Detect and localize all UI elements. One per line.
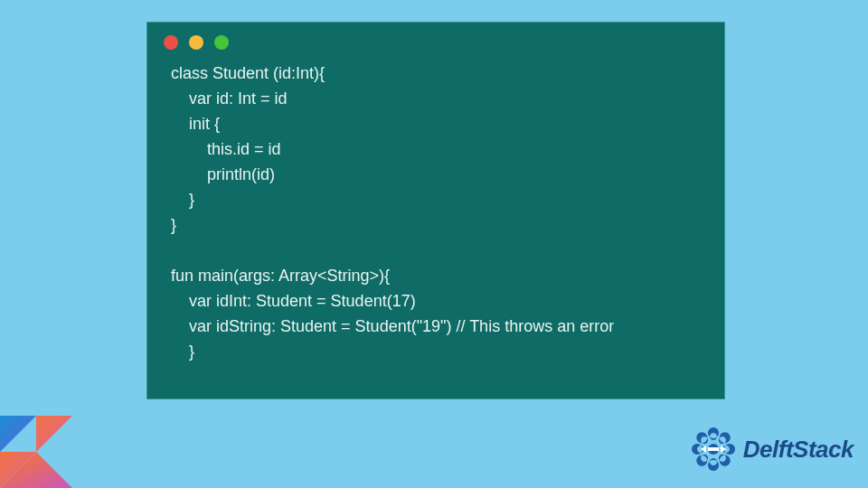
code-block: class Student (id:Int){ var id: Int = id… bbox=[147, 57, 724, 380]
delftstack-logo: DelftStack bbox=[689, 425, 854, 474]
close-icon bbox=[164, 35, 178, 50]
svg-marker-4 bbox=[701, 446, 706, 453]
svg-rect-6 bbox=[708, 447, 719, 451]
delftstack-badge-icon bbox=[689, 425, 738, 474]
svg-marker-5 bbox=[721, 446, 726, 453]
maximize-icon bbox=[214, 35, 229, 50]
window-controls bbox=[147, 23, 724, 57]
code-window: class Student (id:Int){ var id: Int = id… bbox=[146, 22, 725, 399]
minimize-icon bbox=[189, 35, 203, 50]
brand-name: DelftStack bbox=[743, 436, 854, 464]
kotlin-logo-icon bbox=[0, 416, 72, 488]
svg-marker-0 bbox=[0, 416, 36, 452]
